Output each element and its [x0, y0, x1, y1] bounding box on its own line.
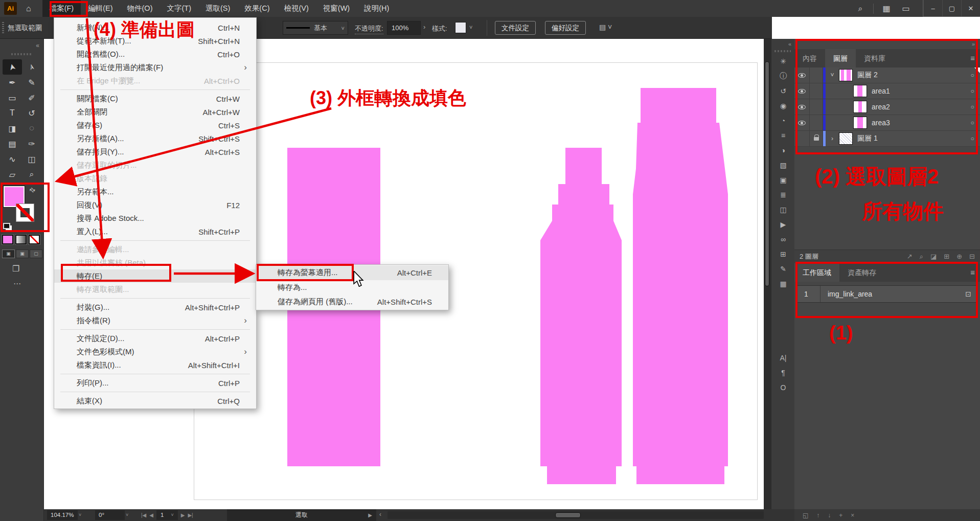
collapse-panel-icon[interactable]: » [972, 41, 975, 47]
symbols-icon[interactable]: ⊞ [776, 249, 791, 259]
layer-thumbnail[interactable] [853, 85, 867, 97]
menu-item[interactable]: 指令檔(R) › [54, 314, 256, 327]
locate-object-icon[interactable]: ⌕ [920, 253, 923, 261]
stroke-preset-select[interactable]: 基本 ˅ [283, 21, 348, 35]
menu-item[interactable]: 儲存(S) Ctrl+S [54, 119, 256, 132]
swatches-icon[interactable]: ▦ [776, 279, 791, 288]
menu-item[interactable]: 回復(V) F12 [54, 198, 256, 212]
menubar-item[interactable]: 編輯(E) [81, 0, 120, 17]
style-swatch[interactable] [455, 22, 466, 33]
menu-item[interactable]: 轉存(E) › [54, 269, 256, 283]
links-icon[interactable]: ∞ [776, 234, 791, 244]
submenu-item[interactable]: 儲存為網頁用 (舊版)... Alt+Shift+Ctrl+S [256, 295, 448, 309]
menu-item[interactable]: 封裝(G)... Alt+Shift+Ctrl+P [54, 301, 256, 314]
lock-toggle[interactable] [810, 131, 823, 146]
brushes-icon[interactable]: ✎ [776, 264, 791, 274]
appearance-icon[interactable]: ▣ [776, 175, 791, 185]
type-tool[interactable]: T [3, 105, 22, 121]
restore-button[interactable]: ▢ [942, 0, 961, 16]
visibility-toggle[interactable] [794, 83, 810, 99]
vertical-scrollbar[interactable] [764, 39, 771, 509]
zoom-level-select[interactable]: 104.17% [47, 510, 78, 520]
menubar-item[interactable]: 文字(T) [159, 0, 198, 17]
horizontal-scrollbar[interactable] [388, 511, 764, 519]
chevron-down-icon[interactable]: ˅ [469, 24, 472, 30]
paragraph-icon[interactable]: ¶ [776, 368, 791, 377]
vertical-scrollbar-thumb[interactable] [765, 61, 769, 286]
collapse-dock-icon[interactable]: « [788, 41, 791, 47]
expand-chevron-icon[interactable]: ˅ [826, 72, 839, 79]
stroke-color-swatch[interactable] [16, 203, 34, 222]
pathfinder-icon[interactable]: ◫ [776, 205, 791, 214]
menubar-item[interactable]: 檢視(V) [277, 0, 315, 17]
chevron-down-icon[interactable]: ˅ [79, 510, 81, 520]
zoom-tool[interactable]: ⌕ [22, 167, 41, 182]
curvature-tool[interactable]: ✎ [22, 75, 41, 90]
menu-item[interactable]: 在 Bridge 中瀏覽... Alt+Ctrl+O [54, 74, 256, 87]
new-item-icon[interactable]: + [839, 512, 842, 519]
none-button[interactable] [29, 235, 40, 244]
menu-item[interactable]: 文件色彩模式(M) › [54, 345, 256, 358]
menu-item[interactable]: 打開最近使用過的檔案(F) › [54, 61, 256, 74]
panel-tab[interactable]: 資料庫 [856, 49, 894, 67]
previous-artboard-icon[interactable]: ◀ [149, 512, 153, 518]
lock-toggle[interactable] [810, 67, 823, 83]
menu-item[interactable]: 開啟舊檔(O)... Ctrl+O [54, 48, 256, 61]
draw-normal-button[interactable]: ▣ [2, 250, 15, 258]
layer-name[interactable]: area3 [872, 119, 965, 127]
menu-item[interactable]: 置入(L)... Shift+Ctrl+P [54, 225, 256, 238]
menu-item[interactable]: 共用以供審核 (Beta)... [54, 256, 256, 269]
submenu-item[interactable]: 轉存為螢幕適用... Alt+Ctrl+E [256, 265, 448, 280]
rectangle-tool[interactable]: ▭ [3, 90, 22, 105]
actions-icon[interactable]: ▶ [776, 219, 791, 229]
menu-item[interactable]: 關閉檔案(C) Ctrl+W [54, 92, 256, 105]
menu-item[interactable]: 文件設定(D)... Alt+Ctrl+P [54, 332, 256, 345]
layer-thumbnail[interactable] [853, 117, 867, 129]
home-icon[interactable]: ⌂ [26, 4, 31, 13]
color-button[interactable] [2, 235, 13, 244]
menu-item[interactable] [60, 372, 250, 376]
menu-item[interactable] [60, 87, 250, 92]
first-artboard-icon[interactable]: |◀ [141, 512, 146, 518]
gradient-icon[interactable]: ▧ [776, 160, 791, 170]
next-artboard-icon[interactable]: ▶ [181, 512, 185, 518]
search-icon[interactable]: ⌕ [851, 4, 870, 13]
pen-tool[interactable]: ✒ [3, 75, 22, 90]
artboard-icon[interactable]: ⊡ [959, 290, 977, 298]
document-window-icon[interactable]: ▭ [896, 4, 916, 13]
menu-item[interactable]: 新增(N)... Ctrl+N [54, 21, 256, 34]
lasso-tool[interactable]: ◌ [22, 121, 41, 136]
menu-item[interactable] [60, 296, 250, 301]
menu-item[interactable] [60, 327, 250, 332]
direct-selection-tool[interactable]: ➢ [22, 59, 41, 75]
menubar-item[interactable]: 物件(O) [120, 0, 160, 17]
layer-row[interactable]: ˅ 圖層 2 ○ [794, 67, 980, 83]
layout-icon[interactable]: ▦ [877, 4, 896, 13]
panel-tab[interactable]: 內容 [794, 49, 825, 67]
menu-item[interactable]: 搜尋 Adobe Stock... [54, 212, 256, 225]
close-button[interactable]: ✕ [961, 0, 980, 16]
layer-name[interactable]: 圖層 2 [857, 71, 965, 80]
menu-item[interactable]: 儲存選取的切片... [54, 158, 256, 172]
target-circle-icon[interactable]: ○ [965, 87, 980, 95]
layer-name[interactable]: area2 [872, 103, 965, 111]
gradient-tool[interactable]: ▤ [3, 136, 22, 151]
eyedropper-tool[interactable]: ✑ [22, 136, 41, 151]
layer-name[interactable]: area1 [872, 87, 965, 95]
menu-item[interactable]: 檔案資訊(I)... Alt+Shift+Ctrl+I [54, 358, 256, 372]
collapse-icon[interactable]: ‹ [379, 511, 381, 518]
lock-toggle[interactable] [810, 99, 823, 115]
shape-builder-tool[interactable]: ◫ [22, 151, 41, 167]
edit-toolbar-icon[interactable]: ⋯ [13, 279, 21, 288]
opacity-more-icon[interactable]: › [423, 23, 425, 31]
menu-item[interactable] [60, 238, 250, 243]
move-up-icon[interactable]: ↑ [816, 512, 819, 519]
delete-item-icon[interactable]: × [851, 512, 854, 519]
new-sublayer-icon[interactable]: ⊞ [944, 253, 949, 261]
menubar-item[interactable]: 視窗(W) [316, 0, 357, 17]
move-down-icon[interactable]: ↓ [828, 512, 831, 519]
opacity-label[interactable]: 不透明度: [355, 24, 383, 34]
menu-item[interactable]: 另存新檔(A)... Shift+Ctrl+S [54, 132, 256, 145]
menu-item[interactable]: 從範本新增(T)... Shift+Ctrl+N [54, 34, 256, 48]
opacity-input[interactable]: 100% [387, 21, 421, 35]
